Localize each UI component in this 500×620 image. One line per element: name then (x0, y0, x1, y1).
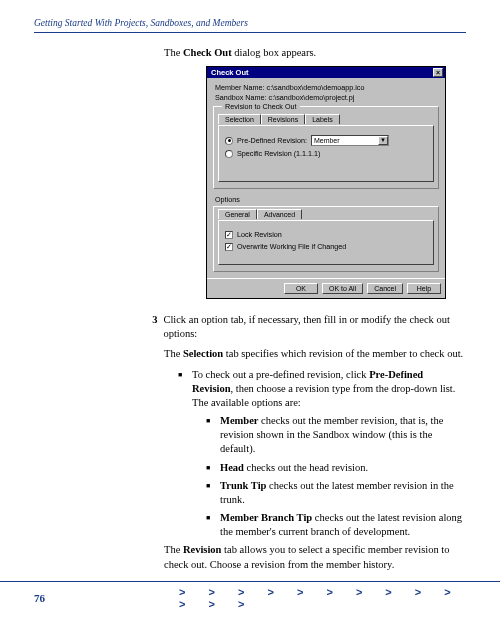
step-3: 3 Click an option tab, if necessary, the… (164, 313, 466, 341)
general-tab-panel: Lock Revision Overwrite Working File if … (218, 220, 434, 265)
radio-specific[interactable] (225, 150, 233, 158)
ok-button[interactable]: OK (284, 283, 318, 294)
subbullet-head: Head checks out the head revision. (206, 461, 466, 475)
checkbox-overwrite[interactable] (225, 243, 233, 251)
page-number: 76 (34, 592, 45, 604)
revision-tab-para: The Revision tab allows you to select a … (164, 543, 466, 571)
footer-arrows: > > > > > > > > > > > > > (179, 586, 466, 610)
dialog-button-row: OK OK to All Cancel Help (207, 278, 445, 298)
member-name-row: Member Name: c:\sandbox\demo\demoapp.ico (215, 83, 439, 92)
revision-type-dropdown[interactable]: Member ▼ (311, 135, 389, 146)
cancel-button[interactable]: Cancel (367, 283, 403, 294)
tab-revisions[interactable]: Revisions (261, 114, 305, 124)
header-breadcrumb: Getting Started With Projects, Sandboxes… (34, 18, 466, 28)
revision-tabs: Selection Revisions Labels (218, 114, 434, 124)
checkbox-lock[interactable] (225, 231, 233, 239)
close-icon[interactable]: × (433, 68, 443, 77)
subbullet-member: Member checks out the member revision, t… (206, 414, 466, 457)
intro-text: The Check Out dialog box appears. (164, 47, 466, 58)
checkout-dialog: Check Out × Member Name: c:\sandbox\demo… (206, 66, 446, 299)
help-button[interactable]: Help (407, 283, 441, 294)
ok-to-all-button[interactable]: OK to All (322, 283, 363, 294)
selection-tab-para: The Selection tab specifies which revisi… (164, 347, 466, 361)
header-rule (34, 32, 466, 33)
selection-tab-panel: Pre-Defined Revision: Member ▼ Specific … (218, 125, 434, 182)
tab-labels[interactable]: Labels (305, 114, 340, 124)
options-groupbox: General Advanced Lock Revision Overwrite… (213, 206, 439, 272)
subbullet-trunktip: Trunk Tip checks out the latest member r… (206, 479, 466, 507)
body-content: 3 Click an option tab, if necessary, the… (164, 313, 466, 572)
dialog-titlebar: Check Out × (207, 67, 445, 78)
tab-selection[interactable]: Selection (218, 114, 261, 124)
revision-groupbox: Revision to Check Out Selection Revision… (213, 106, 439, 189)
radio-predefined[interactable] (225, 137, 233, 145)
options-tabs: General Advanced (218, 209, 434, 219)
dialog-title: Check Out (211, 68, 249, 77)
page-footer: 76 > > > > > > > > > > > > > (0, 581, 500, 610)
bullet-predefined: To check out a pre-defined revision, cli… (178, 368, 466, 540)
tab-advanced[interactable]: Advanced (257, 209, 302, 219)
chevron-down-icon[interactable]: ▼ (378, 136, 388, 145)
options-label: Options (215, 195, 439, 204)
subbullet-branchtip: Member Branch Tip checks out the latest … (206, 511, 466, 539)
sandbox-name-row: Sandbox Name: c:\sandbox\demo\project.pj (215, 93, 439, 102)
tab-general[interactable]: General (218, 209, 257, 219)
